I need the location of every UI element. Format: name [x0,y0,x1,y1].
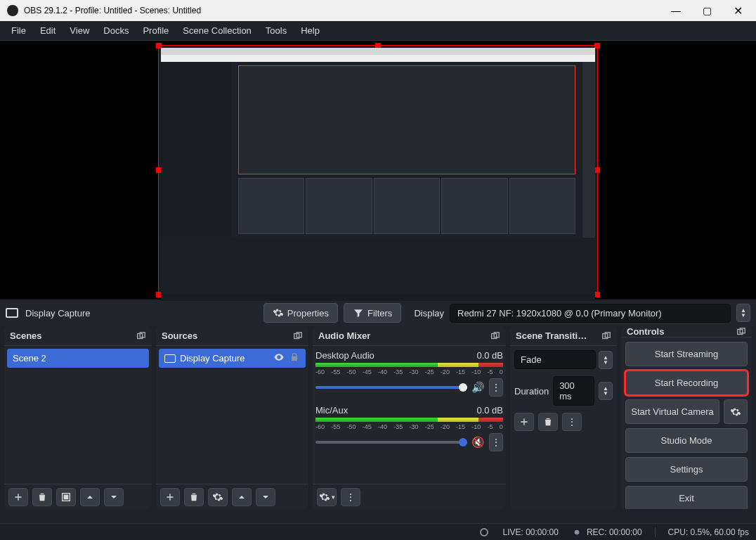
transition-select-spin[interactable]: ▲▼ [599,351,613,369]
mixer-channel-desktop: Desktop Audio 0.0 dB -60-55-50-45-40-35-… [315,350,503,397]
add-source-button[interactable] [160,488,180,506]
properties-button[interactable]: Properties [263,303,338,323]
source-properties-button[interactable] [208,488,228,506]
undock-icon[interactable] [601,331,611,341]
undock-icon[interactable] [293,331,303,341]
status-network [478,527,490,538]
add-transition-button[interactable] [514,413,534,431]
virtual-camera-settings-button[interactable] [724,399,748,424]
scene-item[interactable]: Scene 2 [7,349,149,368]
move-source-up-button[interactable] [232,488,252,506]
sources-footer [156,484,308,509]
undock-icon[interactable] [736,327,746,337]
filters-button-label: Filters [367,308,392,319]
menu-edit[interactable]: Edit [33,22,63,39]
rec-time: REC: 00:00:00 [587,527,642,537]
network-icon [478,527,490,538]
add-scene-button[interactable] [8,488,28,506]
controls-body: Start Streaming Start Recording Start Vi… [621,338,752,509]
speaker-icon[interactable]: 🔊 [471,381,485,394]
menu-scene-collection[interactable]: Scene Collection [176,22,259,39]
visibility-toggle[interactable] [273,352,285,365]
display-icon [6,308,18,318]
volume-slider[interactable] [315,441,467,444]
start-streaming-button[interactable]: Start Streaming [625,342,748,366]
move-scene-up-button[interactable] [80,488,100,506]
menu-help[interactable]: Help [294,22,327,39]
channel-menu-button[interactable]: ⋮ [489,378,503,397]
selected-source-frame[interactable] [158,45,598,295]
transition-menu-button[interactable]: ⋮ [562,413,582,431]
menu-view[interactable]: View [63,22,96,39]
move-source-down-button[interactable] [256,488,275,506]
mixer-header: Audio Mixer [313,326,506,346]
exit-button[interactable]: Exit [625,486,748,509]
start-virtual-camera-button[interactable]: Start Virtual Camera [625,399,719,424]
mixer-body: Desktop Audio 0.0 dB -60-55-50-45-40-35-… [313,346,506,484]
display-select[interactable]: Redmi 27 NF: 1920x1080 @ 0,0 (Primary Mo… [450,304,731,323]
sources-list[interactable]: Display Capture [156,346,308,484]
sources-title: Sources [162,330,293,341]
menu-file[interactable]: File [4,22,33,39]
gear-icon [212,491,223,503]
source-item[interactable]: Display Capture [159,349,306,368]
trash-icon [37,491,48,503]
resize-handle-icon[interactable] [594,292,600,297]
obs-logo-icon [7,5,18,16]
move-scene-down-button[interactable] [104,488,124,506]
record-status-icon [571,527,582,538]
menu-tools[interactable]: Tools [259,22,294,39]
channel-db: 0.0 dB [476,405,503,416]
resize-handle-icon[interactable] [594,43,600,49]
context-source-name: Display Capture [25,308,91,319]
transition-select-value: Fade [521,354,542,365]
scene-filter-button[interactable] [56,488,76,506]
undock-icon[interactable] [490,331,500,341]
plus-icon [164,491,176,503]
sources-header: Sources [156,326,308,346]
channel-menu-button[interactable]: ⋮ [489,433,503,451]
scenes-list[interactable]: Scene 2 [4,346,152,484]
trash-icon [188,491,200,503]
duration-input[interactable]: 300 ms [553,376,594,406]
menu-docks[interactable]: Docks [96,22,136,39]
preview-canvas[interactable] [0,41,756,300]
meter-ticks: -60-55-50-45-40-35-30-25-20-15-10-50 [315,368,503,375]
start-recording-button[interactable]: Start Recording [625,371,748,395]
maximize-button[interactable]: ▢ [691,1,722,20]
source-item-label: Display Capture [180,353,269,364]
studio-mode-button[interactable]: Studio Mode [625,428,748,453]
duration-spin[interactable]: ▲▼ [599,382,613,400]
remove-scene-button[interactable] [32,488,52,506]
speaker-muted-icon[interactable]: 🔇 [471,436,485,449]
statusbar: LIVE: 00:00:00 REC: 00:00:00 CPU: 0.5%, … [0,523,756,540]
controls-header: Controls [621,326,752,338]
menu-profile[interactable]: Profile [136,22,176,39]
mixer-settings-button[interactable]: ▾ [317,488,337,506]
audio-meter [315,363,503,367]
channel-db: 0.0 dB [476,350,503,361]
controls-title: Controls [627,326,736,337]
volume-slider[interactable] [315,386,467,389]
plus-icon [13,491,24,503]
display-capture-icon [164,354,176,363]
gear-icon [730,406,741,418]
close-button[interactable]: ✕ [722,1,753,20]
transition-select[interactable]: Fade [514,350,596,369]
remove-source-button[interactable] [184,488,204,506]
duration-value: 300 ms [559,380,588,401]
filters-button[interactable]: Filters [344,303,401,323]
lock-toggle[interactable] [289,352,300,365]
scenes-title: Scenes [10,330,136,341]
remove-transition-button[interactable] [538,413,558,431]
resize-handle-icon[interactable] [594,167,600,173]
undock-icon[interactable] [136,331,146,341]
display-select-spin[interactable]: ▲▼ [736,304,750,322]
display-select-value: Redmi 27 NF: 1920x1080 @ 0,0 (Primary Mo… [457,308,662,319]
scene-grid-icon [60,491,72,503]
mixer-menu-button[interactable]: ⋮ [341,488,360,506]
transitions-body: Fade ▲▼ Duration 300 ms ▲▼ ⋮ [510,346,617,435]
settings-button[interactable]: Settings [625,457,748,482]
svg-rect-3 [64,494,69,499]
minimize-button[interactable]: — [660,1,691,20]
